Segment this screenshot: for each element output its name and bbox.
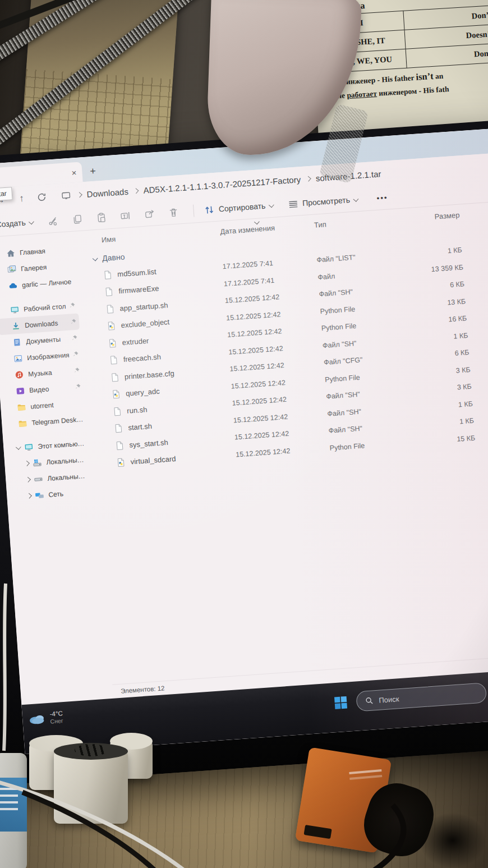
file-date: 15.12.2025 12:42 bbox=[227, 325, 322, 339]
view-button[interactable]: Просмотреть bbox=[288, 194, 358, 210]
chevron-right-icon bbox=[133, 188, 139, 194]
pc-icon bbox=[24, 442, 34, 452]
file-type: Python File bbox=[325, 370, 411, 384]
downloads-icon bbox=[11, 321, 21, 330]
file-size: 6 КБ bbox=[408, 348, 469, 360]
column-type[interactable]: Тип bbox=[314, 215, 399, 229]
file-size: 3 КБ bbox=[409, 366, 471, 378]
column-size[interactable]: Размер bbox=[399, 210, 460, 223]
chevron-right-icon bbox=[305, 176, 311, 181]
sidebar-item-label: Изображения bbox=[27, 351, 70, 361]
py-icon bbox=[111, 389, 121, 399]
indent-spacer bbox=[7, 375, 15, 375]
new-button[interactable]: Создать bbox=[0, 218, 34, 229]
file-list: md5sum.list17.12.2025 7:41Файл "LIST"1 К… bbox=[83, 238, 488, 684]
scissors-icon[interactable] bbox=[48, 215, 59, 226]
sidebar-item-label: Сеть bbox=[48, 488, 89, 498]
breadcrumb-downloads[interactable]: Downloads bbox=[86, 186, 128, 199]
file-size: 15 КБ bbox=[415, 434, 476, 446]
paste-icon[interactable] bbox=[96, 212, 107, 223]
viewlist-icon bbox=[288, 198, 299, 209]
pin-icon bbox=[74, 383, 82, 391]
disk-win-icon bbox=[33, 458, 42, 467]
chevron-right-icon bbox=[26, 493, 32, 499]
py-icon bbox=[107, 338, 117, 348]
indent-spacer bbox=[4, 326, 11, 327]
weather-widget[interactable]: -4°C Снег bbox=[27, 710, 63, 726]
search-placeholder: Поиск bbox=[379, 695, 399, 704]
file-date: 17.12.2025 7:41 bbox=[223, 273, 318, 288]
sidebar-item-label: Этот компьютер bbox=[38, 439, 86, 451]
file-type: Python File bbox=[320, 301, 406, 315]
doc-icon bbox=[104, 287, 114, 297]
file-type: Файл "SH" bbox=[319, 284, 404, 298]
indent-spacer bbox=[1, 286, 8, 286]
copy-icon[interactable] bbox=[72, 213, 83, 224]
file-date: 15.12.2025 12:42 bbox=[228, 342, 323, 356]
new-tab-button[interactable]: + bbox=[90, 166, 96, 178]
file-type: Файл "SH" bbox=[326, 387, 412, 401]
pin-icon bbox=[73, 366, 81, 374]
file-date: 15.12.2025 12:42 bbox=[236, 444, 330, 458]
trash-icon[interactable] bbox=[168, 206, 179, 218]
file-date: 15.12.2025 12:42 bbox=[233, 410, 328, 425]
sidebar-item-label: Downloads bbox=[25, 318, 68, 329]
disk-icon bbox=[34, 474, 43, 484]
chevron-down-icon bbox=[269, 202, 274, 208]
file-date: 15.12.2025 12:42 bbox=[232, 393, 326, 407]
filename-tooltip: 2.1.tar bbox=[0, 187, 13, 202]
chevron-down-icon bbox=[29, 219, 34, 224]
chevron-down-icon bbox=[16, 444, 21, 450]
desktop-icon bbox=[10, 305, 20, 314]
sort-button[interactable]: Сортировать bbox=[204, 200, 274, 215]
search-icon bbox=[365, 696, 374, 705]
close-icon[interactable]: × bbox=[71, 168, 77, 178]
column-date[interactable]: Дата изменения bbox=[220, 221, 315, 236]
sidebar-item-label: Документы bbox=[26, 334, 69, 345]
file-date: 15.12.2025 12:42 bbox=[234, 427, 329, 442]
breadcrumb-folder[interactable]: AD5X-1.2.1-1.1.1-3.0.7-20251217-Factory bbox=[143, 174, 301, 195]
rename-icon[interactable] bbox=[120, 210, 131, 221]
file-type: Файл "SH" bbox=[323, 336, 408, 350]
more-button[interactable]: ••• bbox=[376, 193, 388, 202]
indent-spacer bbox=[10, 407, 17, 408]
photo-scene: цат. Форма IDon’t HE, SHE, ITDoesn’t HEY… bbox=[0, 0, 488, 868]
chevron-right-icon bbox=[76, 192, 82, 198]
sidebar-item-label: Локальный диск bbox=[47, 471, 88, 482]
taskbar-search[interactable]: Поиск bbox=[356, 682, 487, 711]
indent-spacer bbox=[8, 391, 16, 392]
pictures-icon bbox=[13, 353, 23, 363]
refresh-icon[interactable] bbox=[36, 192, 47, 203]
indent-spacer bbox=[0, 254, 6, 254]
file-explorer-window: are-1.2.1.tar × + 2.1.tar → ↑ Downloads bbox=[0, 128, 488, 705]
chevron-right-icon bbox=[24, 461, 30, 466]
sidebar-item-label: Telegram Desktop bbox=[31, 415, 84, 426]
file-type: Файл "CFG" bbox=[324, 353, 409, 367]
sidebar-item-label: Галерея bbox=[21, 261, 73, 272]
doc-icon bbox=[105, 304, 115, 314]
cloud-icon bbox=[8, 281, 18, 290]
weather-cloud-icon bbox=[27, 712, 46, 725]
items-count: Элементов: 12 bbox=[121, 685, 165, 694]
file-date: 15.12.2025 12:42 bbox=[231, 376, 325, 391]
bottle-label bbox=[0, 778, 27, 832]
file-name: virtual_sdcard bbox=[130, 451, 236, 466]
sidebar-item-label: Рабочий стол bbox=[24, 302, 67, 313]
pin-icon bbox=[71, 334, 79, 342]
up-icon[interactable]: ↑ bbox=[19, 193, 25, 205]
file-type: Python File bbox=[329, 438, 415, 452]
folder-icon bbox=[17, 402, 26, 412]
file-size: 1 КБ bbox=[407, 332, 468, 343]
share-icon[interactable] bbox=[144, 208, 155, 219]
main-area: ГлавнаяГалереяgarlic — ЛичноеРабочий сто… bbox=[0, 201, 488, 705]
file-type: Python File bbox=[321, 319, 407, 333]
doc-icon bbox=[114, 440, 125, 451]
video-icon bbox=[16, 386, 25, 396]
windows-logo-icon[interactable] bbox=[334, 696, 348, 710]
chevron-right-icon bbox=[25, 477, 31, 483]
file-type: Файл "LIST" bbox=[316, 250, 402, 264]
doc-icon bbox=[108, 355, 118, 365]
file-size: 6 КБ bbox=[404, 281, 465, 292]
monitor-icon[interactable] bbox=[61, 190, 71, 200]
file-type: Файл "SH" bbox=[327, 404, 413, 418]
